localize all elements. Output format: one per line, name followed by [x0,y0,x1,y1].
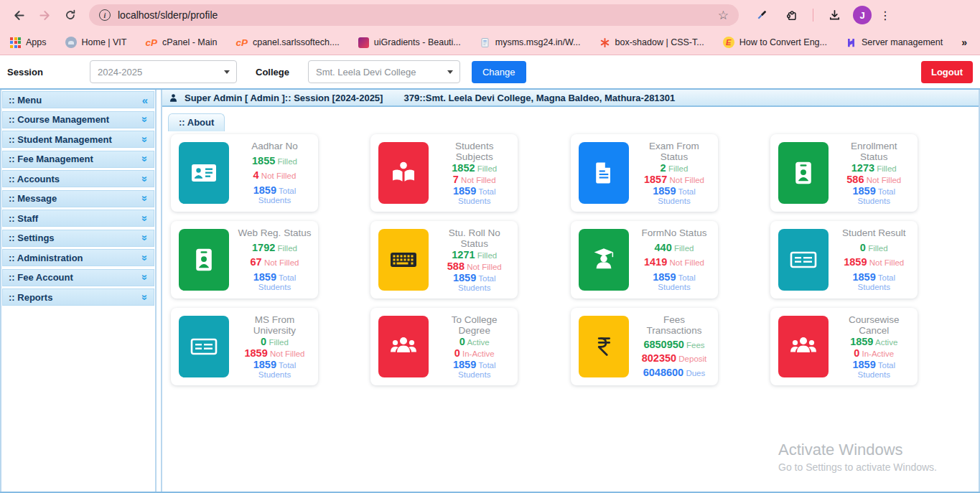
bookmark-cpanel-sarlssoftech[interactable]: cP cpanel.sarlssoftech.... [235,37,339,48]
sidebar-item-fee-account[interactable]: :: Fee Account» [2,269,154,286]
sidebar-item-accounts[interactable]: :: Accounts» [2,170,154,187]
college-info-text: 379::Smt. Leela Devi College, Magna Bald… [403,93,675,103]
id-badge-icon [179,229,229,291]
sidebar-item-staff[interactable]: :: Staff» [2,210,154,227]
bookmark-mysms[interactable]: mysms.msg24.in/W... [480,37,581,48]
stat-value: 1859 [653,185,676,197]
id-card-icon [179,142,229,204]
sidebar-item-label: :: Staff [9,213,38,224]
stat-card-ms-from-university[interactable]: MS From University 0 Filled 1859 Not Fil… [171,308,318,385]
stat-value: 588 [447,260,465,272]
stat-card-fees-transactions[interactable]: Fees Transactions 6850950 Fees 802350 De… [571,308,718,385]
stat-card-enrollment-status[interactable]: Enrollment Status 1273 Filled 586 Not Fi… [770,134,918,212]
stat-card-formno-status[interactable]: FormNo Status 440 Filled 1419 Not Filled… [571,221,718,299]
stat-active: 1859 Active [836,336,912,347]
card-title: MS From University [237,314,312,336]
forward-arrow-icon [38,9,52,22]
card-body: FormNo Status 440 Filled 1419 Not Filled… [637,221,718,299]
stat-filled: 440 Filled [637,242,712,253]
stat-filled: 0 Filled [237,336,312,347]
stats-card-grid: Aadhar No 1855 Filled 4 Not Filled 1859 … [162,131,979,385]
bookmark-how-to-convert[interactable]: E How to Convert Eng... [723,37,827,48]
bookmark-label: Server management [862,37,943,47]
bookmark-cpanel-main[interactable]: cP cPanel - Main [145,37,217,48]
session-select[interactable]: 2024-2025 [90,60,237,83]
bookmark-star-icon[interactable]: ☆ [718,8,729,23]
sidebar-item-menu[interactable]: :: Menu« [2,91,154,108]
stat-label: Not Filled [264,258,299,267]
back-button[interactable] [7,4,30,27]
stat-card-exam-from-status[interactable]: Exam From Status 2 Filled 1857 Not Fille… [571,134,718,212]
stat-value: 2 [661,162,666,174]
back-arrow-icon [12,9,26,22]
collapse-sidebar-icon[interactable]: « [142,94,148,106]
logout-button[interactable]: Logout [921,61,973,83]
card-title: Students Subjects [437,141,512,162]
stat-value: 1859 [852,271,875,283]
college-select[interactable]: Smt. Leela Devi College [308,60,460,83]
users-icon [778,316,829,377]
sidebar-item-label: :: Accounts [9,174,60,184]
sidebar-item-fee-management[interactable]: :: Fee Management» [2,151,154,168]
sidebar-item-message[interactable]: :: Message» [2,190,154,207]
color-picker-button[interactable] [750,4,773,27]
stat-value: 1859 [253,271,276,283]
card-title: FormNo Status [637,227,712,238]
browser-menu-button[interactable]: ⋮ [879,9,892,22]
stat-active: 0 Active [437,336,512,347]
stat-card-students-subjects[interactable]: Students Subjects 1852 Filled 7 Not Fill… [370,134,518,212]
bookmark-home-vit[interactable]: Home | VIT [65,37,127,48]
stat-label: Not Filled [867,176,902,184]
bookmark-box-shadow[interactable]: box-shadow | CSS-T... [599,37,704,48]
forward-button[interactable] [33,4,56,27]
stat-card-aadhar-no[interactable]: Aadhar No 1855 Filled 4 Not Filled 1859 … [171,134,318,212]
stat-not-filled: 1859 Not Filled [237,347,312,359]
sidebar-item-course-management[interactable]: :: Course Management» [2,111,154,128]
downloads-button[interactable] [823,4,846,27]
bookmark-server-management[interactable]: Server management [846,37,943,48]
sidebar-item-settings[interactable]: :: Settings» [2,230,154,247]
sidebar-item-administration[interactable]: :: Administration» [2,249,154,266]
stat-label: Active [875,338,897,347]
stat-filled: 2 Filled [637,162,712,174]
stat-card-to-college-degree[interactable]: To College Degree 0 Active 0 In-Active 1… [370,308,518,385]
bookmark-label: Home | VIT [82,37,127,47]
puzzle-icon [785,9,798,22]
card-body: Web Reg. Status 1792 Filled 67 Not Fille… [237,221,318,299]
card-body: MS From University 0 Filled 1859 Not Fil… [237,308,318,385]
page-info-icon[interactable]: i [99,9,111,21]
stat-card-stu-roll-no-status[interactable]: Stu. Roll No Status 1271 Filled 588 Not … [370,221,518,299]
change-button[interactable]: Change [472,61,526,83]
stat-card-coursewise-cancel[interactable]: Coursewise Cancel 1859 Active 0 In-Activ… [770,308,918,385]
card-title: Stu. Roll No Status [437,227,512,249]
tab-about[interactable]: :: About [168,113,225,131]
bookmark-label: How to Convert Eng... [739,37,827,47]
bookmarks-bar: Apps Home | VIT cP cPanel - Main cP cpan… [0,30,980,55]
chevron-down-double-icon: » [139,136,151,142]
sidebar-item-student-management[interactable]: :: Student Management» [2,131,154,148]
stat-label: Deposit [678,355,706,363]
bookmarks-overflow-button[interactable]: » [961,37,967,48]
bookmark-apps[interactable]: Apps [10,37,47,48]
card-title: To College Degree [437,314,512,336]
extensions-button[interactable] [780,4,803,27]
stat-label: Not Filled [467,263,502,271]
chevron-right-double-icon: » [961,37,967,48]
sidebar-item-label: :: Reports [9,292,52,303]
e-badge-icon: E [723,37,734,48]
address-bar[interactable]: i localhost/slderp/profile ☆ [89,4,739,26]
reload-button[interactable] [59,4,82,27]
profile-avatar[interactable]: J [853,6,872,24]
stat-value: 7 [453,174,459,185]
bookmark-uigradients[interactable]: uiGradients - Beauti... [358,37,461,48]
chevron-down-double-icon: » [139,274,151,280]
sidebar-item-reports[interactable]: :: Reports» [2,288,154,306]
stat-value: 0 [261,336,266,347]
sidebar-item-label: :: Course Management [9,114,109,125]
card-body: Students Subjects 1852 Filled 7 Not Fill… [437,134,518,212]
stat-card-web-reg-status[interactable]: Web Reg. Status 1792 Filled 67 Not Fille… [171,221,318,299]
id-badge-icon [778,142,829,204]
stat-value: 0 [459,336,465,347]
stat-card-student-result[interactable]: Student Result 0 Filled 1859 Not Filled … [770,221,918,299]
stat-value: 1859 [844,256,867,268]
